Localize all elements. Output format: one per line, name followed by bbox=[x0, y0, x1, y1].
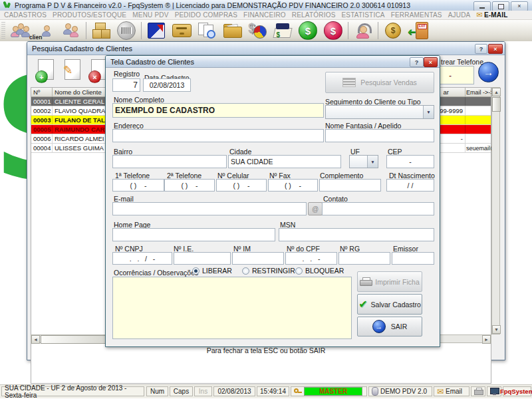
status-monitor[interactable] bbox=[487, 386, 501, 396]
menu-item-financeiro[interactable]: FINANCEIRO bbox=[243, 11, 286, 19]
cell-num: 00001 bbox=[31, 97, 53, 106]
coin-icon[interactable]: $ bbox=[380, 21, 406, 41]
msn-field[interactable] bbox=[279, 228, 434, 241]
vertical-scroll-thumb[interactable] bbox=[492, 97, 501, 112]
celular-field[interactable]: ( ) - bbox=[216, 179, 267, 192]
cell-email bbox=[466, 116, 492, 124]
nome-completo-field[interactable]: EXEMPLO DE CADASTRO bbox=[112, 103, 324, 118]
im-field[interactable] bbox=[232, 252, 284, 265]
cnpj-field[interactable]: . . / - bbox=[112, 252, 172, 265]
data-cadastro-field[interactable]: 02/08/2013 bbox=[143, 78, 191, 92]
fax-field[interactable]: ( ) - bbox=[268, 179, 318, 192]
phone-search-go-button[interactable]: → bbox=[478, 62, 499, 82]
status-printer[interactable] bbox=[471, 386, 485, 396]
radio-bloquear[interactable]: BLOQUEAR bbox=[295, 267, 344, 275]
purchase-folder-icon[interactable] bbox=[219, 21, 245, 41]
menu-pdv-icon[interactable] bbox=[144, 21, 169, 41]
pesquisar-vendas-button[interactable]: Pesquisar Vendas bbox=[325, 72, 434, 93]
status-email[interactable]: ✉ Email bbox=[434, 386, 469, 396]
vertical-scrollbar[interactable]: ▲ ▼ bbox=[491, 87, 500, 334]
registro-field[interactable]: 7 bbox=[112, 78, 140, 92]
dialog-title: Tela Cadastro de Clientes bbox=[110, 58, 194, 66]
salvar-cadastro-button[interactable]: ✔ Salvar Cadastro bbox=[357, 294, 422, 315]
search-window-close-button[interactable]: × bbox=[488, 44, 503, 54]
tel1-field[interactable]: ( ) - bbox=[112, 179, 164, 192]
finance-chart-icon[interactable]: $ bbox=[245, 21, 270, 41]
exit-icon[interactable]: EXIT➔ bbox=[406, 21, 431, 41]
status-user: MASTER bbox=[291, 386, 367, 396]
menu-item-cadastros[interactable]: CADASTROS bbox=[4, 11, 47, 19]
scroll-left-arrow[interactable]: ◄ bbox=[31, 335, 40, 344]
add-client-button[interactable]: + bbox=[35, 59, 57, 83]
cpf-field[interactable]: . . - bbox=[285, 252, 337, 265]
search-window-title: Pesquisa Cadastro de Clientes bbox=[32, 45, 132, 53]
toolbar-separator bbox=[378, 22, 378, 39]
dialog-titlebar[interactable]: Tela Cadastro de Clientes ? × bbox=[106, 56, 440, 68]
status-caps-lock: Caps bbox=[170, 386, 193, 396]
cep-field[interactable]: - bbox=[386, 155, 434, 168]
barcode-icon[interactable] bbox=[114, 21, 139, 41]
bairro-field[interactable] bbox=[112, 155, 227, 168]
check-icon: ✔ bbox=[358, 298, 367, 311]
menu-item-e-mail[interactable]: ✉E-MAIL bbox=[477, 11, 508, 19]
menu-item-produtos-estoque[interactable]: PRODUTOS/ESTOQUE bbox=[53, 11, 126, 19]
pencil-icon: ✎ bbox=[63, 63, 72, 77]
nome-fantasia-field[interactable] bbox=[325, 129, 434, 142]
nascimento-field[interactable]: / / bbox=[386, 179, 434, 192]
close-button[interactable]: × bbox=[511, 1, 528, 11]
pay-red-dollar-icon[interactable]: $ bbox=[321, 21, 346, 41]
menu-bar: CADASTROSPRODUTOS/ESTOQUEMENU PDVPEDIDO … bbox=[0, 11, 532, 20]
help-button[interactable]: ? bbox=[475, 44, 487, 54]
endereco-field[interactable] bbox=[112, 129, 324, 142]
column-header-email[interactable]: Email ->-> bbox=[466, 88, 492, 96]
column-header-num[interactable]: Nº bbox=[31, 88, 53, 96]
key-icon bbox=[294, 388, 302, 395]
support-icon[interactable] bbox=[350, 21, 376, 41]
rg-field[interactable] bbox=[338, 252, 390, 265]
emissor-field[interactable] bbox=[392, 252, 434, 265]
radio-restringir[interactable]: RESTRINGIR bbox=[242, 267, 295, 275]
cell-num: 00005 bbox=[31, 125, 53, 134]
cell-email bbox=[466, 106, 492, 115]
menu-item-estatistica[interactable]: ESTATISTICA bbox=[342, 11, 385, 19]
receive-green-dollar-icon[interactable]: $ bbox=[295, 21, 321, 41]
monitor-icon bbox=[490, 388, 498, 395]
contato-field[interactable] bbox=[322, 202, 434, 215]
status-brand: FpqSystem bbox=[503, 386, 531, 396]
observacoes-textarea[interactable] bbox=[112, 277, 352, 339]
checkbook-icon[interactable]: $ bbox=[270, 21, 295, 41]
seguimento-dropdown[interactable]: ▼ bbox=[325, 105, 434, 119]
uf-dropdown[interactable]: ▼ bbox=[349, 155, 378, 168]
status-date: 02/08/2013 bbox=[213, 386, 255, 396]
menu-item-menu-pdv[interactable]: MENU PDV bbox=[132, 11, 168, 19]
dialog-close-button[interactable]: × bbox=[424, 57, 438, 67]
ie-field[interactable] bbox=[174, 252, 231, 265]
radio-liberar[interactable]: LIBERAR bbox=[192, 267, 232, 275]
order-search-icon[interactable] bbox=[194, 21, 219, 41]
scroll-down-arrow[interactable]: ▼ bbox=[492, 325, 501, 334]
minimize-button[interactable] bbox=[473, 1, 491, 11]
scroll-right-arrow[interactable]: ► bbox=[482, 335, 491, 344]
menu-item-relat-rios[interactable]: RELATÓRIOS bbox=[292, 11, 336, 19]
menu-item-pedido-compras[interactable]: PEDIDO COMPRAS bbox=[175, 11, 237, 19]
dialog-help-button[interactable]: ? bbox=[410, 57, 424, 67]
cell-email bbox=[466, 125, 492, 134]
menu-item-ferramentas[interactable]: FERRAMENTAS bbox=[391, 11, 442, 19]
scroll-up-arrow[interactable]: ▲ bbox=[492, 88, 501, 96]
edit-client-button[interactable]: ✎ bbox=[62, 59, 83, 83]
sair-button[interactable]: → SAIR bbox=[357, 317, 422, 336]
email-field[interactable] bbox=[112, 202, 307, 215]
cash-drawer-icon[interactable] bbox=[169, 21, 194, 41]
homepage-field[interactable] bbox=[112, 228, 275, 241]
imprimir-ficha-button[interactable]: Imprimir Ficha bbox=[357, 271, 422, 292]
menu-item-ajuda[interactable]: AJUDA bbox=[448, 11, 471, 19]
cell-email bbox=[466, 134, 492, 143]
app-logo-icon bbox=[3, 1, 12, 9]
send-email-button[interactable]: @ bbox=[308, 202, 323, 215]
chevron-down-icon: ▼ bbox=[367, 156, 378, 168]
cidade-field[interactable]: SUA CIDADE bbox=[228, 155, 341, 168]
complemento-field[interactable] bbox=[319, 179, 381, 192]
tel2-field[interactable]: ( ) - bbox=[164, 179, 215, 192]
restore-button[interactable] bbox=[492, 1, 509, 11]
search-window-titlebar[interactable]: Pesquisa Cadastro de Clientes ? × bbox=[27, 42, 505, 55]
